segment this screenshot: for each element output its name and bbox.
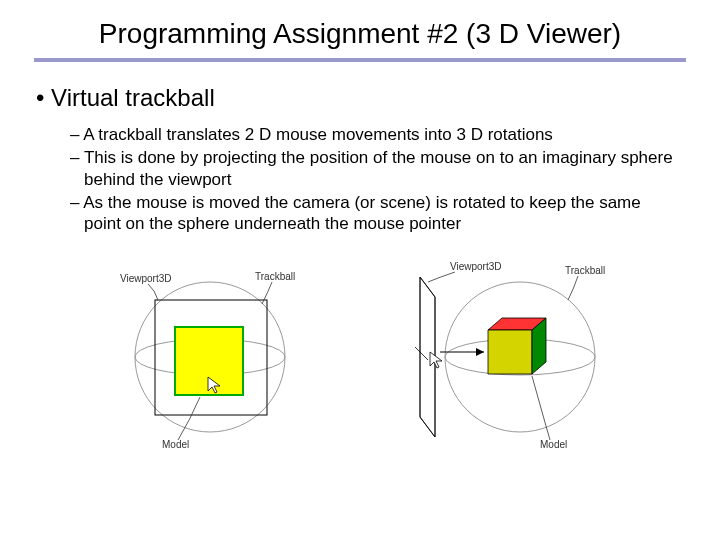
sub-bullet: This is done by projecting the position …: [70, 147, 680, 190]
diagram-row: Viewport3D Trackball Model: [30, 252, 690, 452]
slide: Programming Assignment #2 (3 D Viewer) V…: [0, 0, 720, 452]
diagram-right: Viewport3D Trackball Model: [360, 252, 620, 452]
diagram-left: Viewport3D Trackball Model: [100, 252, 320, 452]
title-underline: [34, 58, 686, 62]
slide-title: Programming Assignment #2 (3 D Viewer): [30, 18, 690, 50]
label-model: Model: [540, 439, 567, 450]
cube-front: [488, 330, 532, 374]
svg-marker-15: [476, 348, 484, 356]
label-viewport: Viewport3D: [120, 273, 172, 284]
label-model: Model: [162, 439, 189, 450]
label-trackball: Trackball: [255, 271, 295, 282]
heading-bullet: Virtual trackball: [36, 84, 690, 112]
sub-bullet: A trackball translates 2 D mouse movemen…: [70, 124, 680, 145]
sub-bullet: As the mouse is moved the camera (or sce…: [70, 192, 680, 235]
label-trackball: Trackball: [565, 265, 605, 276]
label-viewport: Viewport3D: [450, 261, 502, 272]
